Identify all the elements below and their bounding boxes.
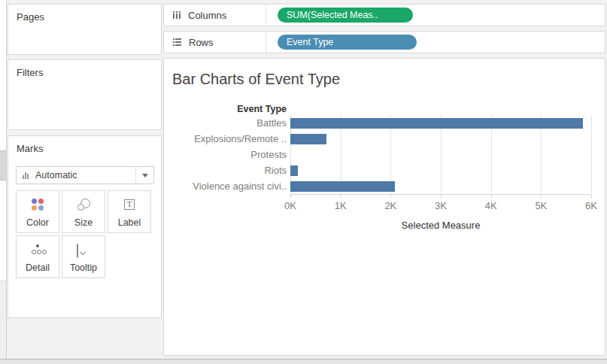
x-axis-title: Selected Measure <box>290 220 591 231</box>
marks-card-title: Marks <box>8 136 161 154</box>
columns-pill[interactable]: SUM(Selected Meas.. <box>278 8 413 23</box>
tooltip-button-label: Tooltip <box>70 262 97 278</box>
category-labels: BattlesExplosions/Remote ..ProtestsRiots… <box>164 115 287 194</box>
columns-shelf-label: Columns <box>188 10 226 21</box>
tooltip-bubble-icon <box>77 244 90 255</box>
detail-button[interactable]: Detail <box>16 235 59 278</box>
mark-type-value: Automatic <box>35 170 77 180</box>
label-button-label: Label <box>118 217 141 232</box>
category-header: Event Type <box>164 104 287 114</box>
shelf-divider <box>266 5 266 26</box>
tick-mark <box>591 195 592 198</box>
tooltip-button[interactable]: Tooltip <box>62 235 105 278</box>
columns-icon <box>173 11 181 19</box>
x-tick-label: 1K <box>335 200 347 211</box>
detail-dots-icon <box>32 244 44 254</box>
x-tick-label: 6K <box>585 200 597 211</box>
tableau-worksheet: Pages Filters Marks Automatic Color <box>0 0 607 364</box>
text-label-icon <box>124 199 135 210</box>
x-tick-label: 0K <box>284 200 296 211</box>
marks-buttons: Color Size Label <box>16 190 156 278</box>
category-label: Battles <box>164 115 287 131</box>
pane-splitter-handle[interactable] <box>0 150 6 180</box>
color-button-label: Color <box>26 217 49 232</box>
size-button-label: Size <box>74 217 93 232</box>
shelf-divider <box>266 32 266 53</box>
mark-type-dropdown[interactable]: Automatic <box>16 166 154 184</box>
mark-type-caret-button[interactable] <box>135 167 153 184</box>
category-label: Protests <box>164 147 287 162</box>
chevron-down-icon <box>142 174 148 180</box>
color-button[interactable]: Color <box>16 190 59 233</box>
rows-icon <box>173 38 181 47</box>
bar-chart-icon <box>23 172 29 179</box>
detail-button-label: Detail <box>26 262 50 278</box>
category-label: Violence against civi.. <box>164 178 287 194</box>
columns-shelf[interactable]: Columns SUM(Selected Meas.. <box>163 4 605 26</box>
color-dots-icon <box>32 199 44 211</box>
label-button[interactable]: Label <box>108 190 151 233</box>
x-tick-label: 3K <box>435 200 447 211</box>
size-button[interactable]: Size <box>62 190 105 233</box>
x-tick-label: 4K <box>485 200 497 211</box>
category-label: Explosions/Remote .. <box>164 131 287 147</box>
x-tick-label: 2K <box>384 200 396 211</box>
left-pane-edge <box>0 0 7 359</box>
gridline <box>591 115 592 194</box>
rows-shelf-label: Rows <box>189 37 214 48</box>
rows-shelf[interactable]: Rows Event Type <box>163 31 605 53</box>
worksheet-view: Bar Charts of Event Type Event Type Batt… <box>163 58 605 356</box>
pages-shelf-title: Pages <box>8 5 161 23</box>
pages-shelf[interactable]: Pages <box>8 4 162 55</box>
window-bottom-edge <box>0 359 607 364</box>
marks-card: Marks Automatic Color Size <box>8 135 162 318</box>
left-pane-lower-segment <box>0 281 6 359</box>
category-label: Riots <box>164 162 287 178</box>
size-circles-icon <box>77 199 90 211</box>
x-tick-label: 5K <box>535 200 547 211</box>
filters-shelf[interactable]: Filters <box>8 59 162 130</box>
filters-shelf-title: Filters <box>8 60 161 78</box>
x-axis-ticks: 0K1K2K3K4K5K6K <box>290 59 591 355</box>
rows-pill[interactable]: Event Type <box>278 35 417 50</box>
